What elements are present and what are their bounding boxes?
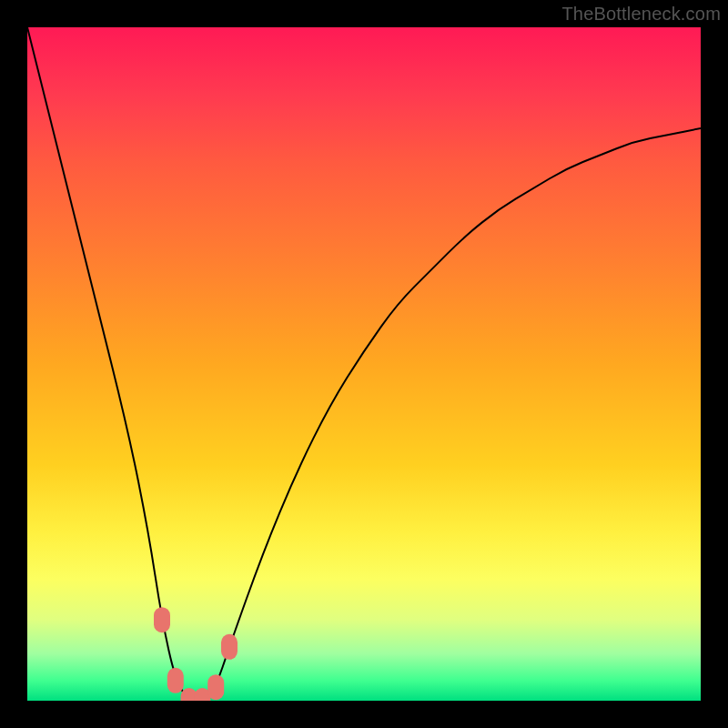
marker-point (167, 668, 184, 693)
bottleneck-chart (27, 27, 701, 701)
attribution-text: TheBottleneck.com (561, 4, 721, 25)
marker-point (154, 607, 170, 632)
bottleneck-curve (27, 27, 701, 701)
curve-markers (154, 607, 238, 701)
marker-point (207, 674, 224, 700)
plot-frame (27, 27, 701, 701)
marker-point (221, 634, 238, 660)
